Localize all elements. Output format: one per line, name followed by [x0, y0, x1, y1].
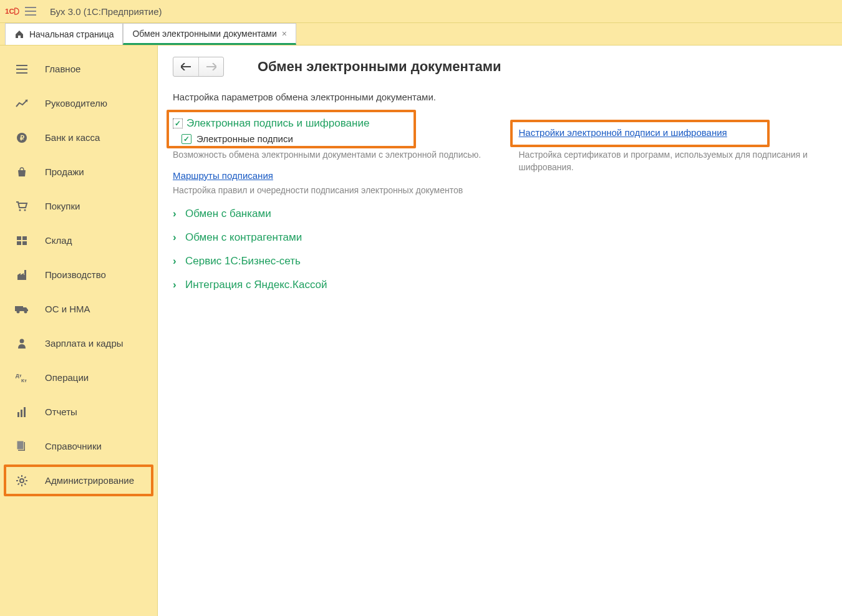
titlebar: 1C Бух 3.0 (1С:Предприятие) — [0, 0, 842, 23]
svg-rect-9 — [17, 236, 21, 240]
section-label: Интеграция с Яндекс.Кассой — [185, 279, 327, 291]
svg-point-8 — [24, 209, 26, 211]
nav-buttons — [173, 57, 224, 77]
svg-point-15 — [17, 310, 20, 313]
logo-1c-icon: 1C — [5, 6, 25, 17]
sidebar-item-label: Главное — [45, 64, 80, 74]
chevron-right-icon: › — [173, 279, 181, 291]
chart-line-icon — [15, 97, 29, 110]
sidebar-item-assets[interactable]: ОС и НМА — [0, 292, 157, 326]
sidebar-item-label: Справочники — [45, 441, 102, 451]
section-label: Обмен с банками — [185, 208, 271, 220]
highlight-box — [167, 110, 416, 148]
svg-point-7 — [19, 209, 21, 211]
section-1c-network[interactable]: › Сервис 1С:Бизнес-сеть — [173, 255, 481, 267]
chevron-right-icon: › — [173, 208, 181, 220]
nav-forward-button[interactable] — [198, 57, 223, 76]
svg-text:1C: 1C — [5, 7, 15, 15]
tab-exchange[interactable]: Обмен электронными документами × — [123, 23, 296, 45]
sidebar-item-label: Отчеты — [45, 407, 77, 417]
debit-credit-icon: ДтКт — [15, 371, 29, 385]
sidebar-item-manager[interactable]: Руководителю — [0, 86, 157, 120]
svg-rect-11 — [17, 241, 21, 245]
left-column: ✓ Электронная подпись и шифрование ✓ Эле… — [173, 117, 481, 295]
page-title: Обмен электронными документами — [258, 59, 501, 75]
sidebar-item-label: Руководителю — [45, 98, 107, 108]
nav-back-button[interactable] — [173, 57, 198, 76]
content: Обмен электронными документами Настройка… — [158, 46, 842, 616]
sidebar-item-sales[interactable]: Продажи — [0, 155, 157, 189]
svg-rect-22 — [24, 407, 26, 417]
bar-chart-icon — [15, 405, 29, 419]
svg-rect-2 — [16, 69, 27, 70]
desc-text: Настройка сертификатов и программ, испол… — [519, 149, 828, 173]
sidebar-item-label: ОС и НМА — [45, 304, 90, 314]
list-icon — [15, 62, 29, 76]
sidebar-item-label: Банк и касса — [45, 132, 100, 143]
tab-home[interactable]: Начальная страница — [5, 23, 123, 45]
sidebar-item-label: Производство — [45, 269, 106, 280]
svg-text:₽: ₽ — [20, 134, 24, 142]
section-counterparties[interactable]: › Обмен с контрагентами — [173, 231, 481, 244]
svg-rect-21 — [21, 410, 22, 417]
tab-exchange-label: Обмен электронными документами — [132, 29, 276, 39]
svg-point-16 — [24, 310, 27, 313]
svg-text:Кт: Кт — [21, 378, 27, 383]
sidebar-item-label: Склад — [45, 235, 72, 246]
sidebar-item-bank[interactable]: ₽ Банк и касса — [0, 120, 157, 155]
svg-rect-20 — [17, 412, 19, 417]
cart-icon — [15, 200, 29, 213]
sidebar-item-reports[interactable]: Отчеты — [0, 395, 157, 429]
tab-home-label: Начальная страница — [29, 29, 114, 39]
page-subtitle: Настройка параметров обмена электронными… — [173, 92, 827, 102]
link-routes[interactable]: Маршруты подписания — [173, 170, 273, 181]
svg-rect-10 — [22, 236, 27, 240]
sidebar-item-label: Зарплата и кадры — [45, 338, 123, 349]
desc-text: Возможность обмена электронными документ… — [173, 149, 481, 161]
chevron-right-icon: › — [173, 231, 181, 244]
person-icon — [15, 337, 29, 350]
home-icon — [14, 29, 24, 39]
close-icon[interactable]: × — [282, 29, 287, 39]
desc-text: Настройка правил и очередности подписани… — [173, 185, 481, 197]
svg-rect-13 — [24, 270, 26, 274]
sidebar-item-label: Операции — [45, 372, 89, 383]
svg-rect-1 — [16, 65, 27, 66]
bag-icon — [15, 165, 29, 179]
section-label: Обмен с контрагентами — [185, 231, 302, 244]
sidebar-item-hr[interactable]: Зарплата и кадры — [0, 326, 157, 360]
sidebar-item-production[interactable]: Производство — [0, 257, 157, 292]
ruble-icon: ₽ — [15, 131, 29, 145]
svg-rect-3 — [16, 72, 27, 74]
factory-icon — [15, 268, 29, 282]
sidebar-item-label: Покупки — [45, 201, 80, 211]
svg-rect-24 — [17, 441, 24, 450]
svg-rect-12 — [22, 241, 27, 245]
svg-point-17 — [20, 339, 24, 343]
section-yandex-kassa[interactable]: › Интеграция с Яндекс.Кассой — [173, 279, 481, 291]
sidebar: Главное Руководителю ₽ Банк и касса Прод… — [0, 46, 158, 616]
truck-icon — [15, 302, 29, 316]
sidebar-item-warehouse[interactable]: Склад — [0, 223, 157, 257]
svg-rect-14 — [15, 306, 23, 311]
window-title: Бух 3.0 (1С:Предприятие) — [50, 6, 162, 17]
grid-icon — [15, 234, 29, 248]
sidebar-item-purchases[interactable]: Покупки — [0, 189, 157, 223]
section-label: Сервис 1С:Бизнес-сеть — [185, 255, 301, 267]
highlight-box — [510, 120, 770, 147]
section-banks[interactable]: › Обмен с банками — [173, 208, 481, 220]
sidebar-item-operations[interactable]: ДтКт Операции — [0, 360, 157, 395]
menu-burger-icon[interactable] — [25, 4, 40, 19]
highlight-box — [4, 464, 153, 496]
sidebar-item-label: Продажи — [45, 166, 84, 177]
chevron-right-icon: › — [173, 255, 181, 267]
books-icon — [15, 440, 29, 453]
sidebar-item-directories[interactable]: Справочники — [0, 429, 157, 463]
sidebar-item-admin[interactable]: Администрирование — [0, 463, 157, 498]
right-column: Настройки электронной подписи и шифрован… — [519, 117, 828, 295]
sidebar-item-main[interactable]: Главное — [0, 52, 157, 86]
tabbar: Начальная страница Обмен электронными до… — [0, 23, 842, 46]
